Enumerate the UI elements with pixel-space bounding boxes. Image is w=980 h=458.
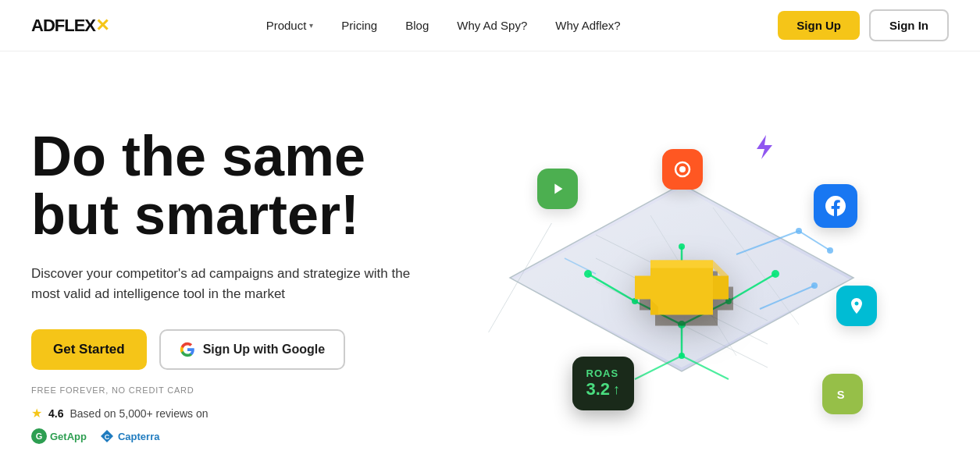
get-started-button[interactable]: Get Started (31, 329, 147, 370)
nav-link-why-ad-spy[interactable]: Why Ad Spy? (446, 12, 538, 38)
svg-point-17 (584, 270, 592, 278)
nav-actions: Sign Up Sign In (778, 9, 949, 41)
navbar: ADFLEX✕ Product ▾ Pricing Blog Why Ad Sp… (0, 0, 980, 51)
hero-right: S ROAS 3.2 ↑ (414, 91, 949, 458)
float-icon-shopify: S (822, 374, 863, 414)
hero-free-text: FREE FOREVER, NO CREDIT CARD (31, 385, 414, 395)
nav-signup-button[interactable]: Sign Up (778, 11, 860, 40)
badge-getapp: G GetApp (31, 428, 87, 444)
circle-icon (673, 160, 692, 179)
hero-headline-line1: Do the same (31, 125, 365, 187)
hero-headline: Do the same but smarter! (31, 127, 414, 245)
roas-number: 3.2 (586, 379, 611, 399)
bolt-icon (754, 133, 775, 161)
float-icon-facebook (814, 184, 857, 228)
roas-card: ROAS 3.2 ↑ (572, 357, 635, 410)
plus-svg (596, 201, 768, 373)
facebook-icon (825, 196, 846, 216)
nav-signin-button[interactable]: Sign In (869, 9, 949, 41)
nav-item-product[interactable]: Product ▾ (255, 12, 325, 38)
nav-links: Product ▾ Pricing Blog Why Ad Spy? Why A… (255, 12, 632, 38)
nav-item-why-ad-spy[interactable]: Why Ad Spy? (446, 12, 538, 38)
hero-headline-line2: but smarter! (31, 183, 359, 246)
illustration-container: S ROAS 3.2 ↑ (463, 106, 900, 458)
logo-ad: AD (31, 16, 55, 36)
svg-point-21 (811, 282, 818, 289)
logo-x: ✕ (95, 16, 109, 36)
nav-label-why-ad-spy: Why Ad Spy? (457, 19, 527, 32)
nav-item-pricing[interactable]: Pricing (330, 12, 388, 38)
nav-item-why-adflex[interactable]: Why Adflex? (544, 12, 631, 38)
getapp-icon: G (31, 428, 47, 444)
svg-text:S: S (836, 389, 844, 401)
nav-label-product: Product (266, 19, 307, 32)
nav-link-blog[interactable]: Blog (394, 12, 440, 38)
hero-buttons: Get Started Sign Up with Google (31, 329, 414, 370)
badge-capterra: C Capterra (99, 428, 159, 444)
rating-score: 4.6 (48, 407, 63, 420)
roas-arrow-icon: ↑ (613, 382, 620, 398)
shopify-icon: S (834, 385, 851, 403)
float-icon-teal (836, 286, 877, 326)
hero-badges: G GetApp C Capterra (31, 428, 414, 444)
nav-label-blog: Blog (405, 19, 429, 32)
nav-link-pricing[interactable]: Pricing (330, 12, 388, 38)
svg-point-20 (827, 247, 833, 254)
roas-label: ROAS (586, 367, 621, 379)
play-icon (549, 180, 566, 197)
logo[interactable]: ADFLEX✕ (31, 16, 109, 36)
getapp-label: GetApp (50, 431, 87, 442)
float-icon-play (537, 169, 578, 209)
logo-flex: FLEX (55, 16, 95, 36)
nav-item-blog[interactable]: Blog (394, 12, 440, 38)
hero-subtext: Discover your competitor's ad campaigns … (31, 264, 414, 305)
float-icon-circle (662, 149, 703, 190)
svg-text:G: G (36, 431, 43, 441)
hero-left: Do the same but smarter! Discover your c… (31, 127, 414, 445)
nav-label-pricing: Pricing (341, 19, 377, 32)
hero-rating: ★ 4.6 Based on 5,000+ reviews on (31, 406, 414, 421)
capterra-icon: C (99, 428, 115, 444)
roas-value: 3.2 ↑ (586, 379, 621, 399)
nav-label-why-adflex: Why Adflex? (555, 19, 620, 32)
chevron-down-icon: ▾ (309, 21, 313, 30)
float-icon-bolt (754, 133, 775, 164)
svg-point-19 (796, 228, 802, 234)
svg-point-18 (772, 270, 779, 278)
google-signup-label: Sign Up with Google (203, 343, 325, 357)
svg-text:C: C (105, 433, 110, 441)
star-icon: ★ (31, 406, 42, 421)
rating-text: Based on 5,000+ reviews on (69, 407, 208, 420)
teal-icon (847, 296, 866, 315)
plus-icon (596, 201, 768, 376)
nav-link-why-adflex[interactable]: Why Adflex? (544, 12, 631, 38)
hero-section: Do the same but smarter! Discover your c… (0, 51, 980, 458)
svg-point-23 (679, 166, 686, 172)
nav-link-product[interactable]: Product ▾ (255, 12, 325, 38)
google-icon (180, 342, 195, 357)
google-signup-button[interactable]: Sign Up with Google (159, 329, 345, 370)
capterra-label: Capterra (118, 431, 159, 442)
